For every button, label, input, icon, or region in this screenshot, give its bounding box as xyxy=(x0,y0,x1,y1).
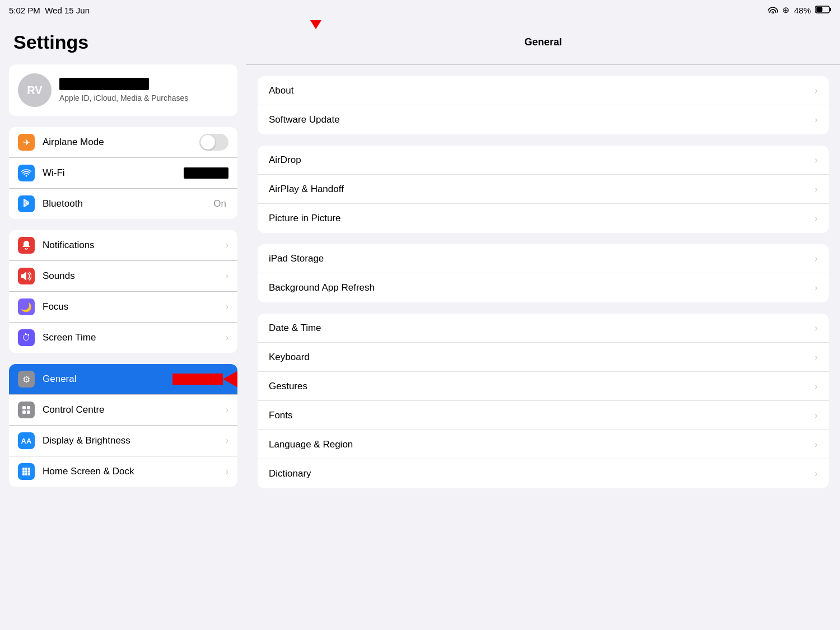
bluetooth-value: On xyxy=(213,198,226,209)
control-centre-icon xyxy=(18,402,35,418)
ipad-storage-chevron: › xyxy=(815,254,818,264)
focus-label: Focus xyxy=(43,301,223,312)
airdrop-chevron: › xyxy=(815,155,818,165)
wifi-label: Wi-Fi xyxy=(43,167,184,179)
gestures-chevron: › xyxy=(815,381,818,391)
airplay-handoff-label: AirPlay & Handoff xyxy=(269,184,815,195)
left-arrow-annotation xyxy=(172,368,237,390)
svg-rect-4 xyxy=(22,406,26,409)
keyboard-chevron: › xyxy=(815,352,818,362)
pip-chevron: › xyxy=(815,213,818,223)
right-row-software-update[interactable]: Software Update › xyxy=(258,105,829,134)
sidebar-item-notifications[interactable]: Notifications › xyxy=(9,230,237,261)
right-panel-title: General xyxy=(524,36,562,48)
focus-icon: 🌙 xyxy=(18,298,35,315)
sounds-icon xyxy=(18,268,35,284)
sidebar-item-bluetooth[interactable]: Bluetooth On xyxy=(9,189,237,219)
sidebar-item-home-screen[interactable]: Home Screen & Dock › xyxy=(9,456,237,487)
display-brightness-chevron: › xyxy=(226,436,228,446)
right-header: General xyxy=(246,20,840,65)
notifications-label: Notifications xyxy=(43,240,223,251)
airplane-icon: ✈ xyxy=(18,134,35,151)
sidebar-item-focus[interactable]: 🌙 Focus › xyxy=(9,292,237,323)
airdrop-label: AirDrop xyxy=(269,155,815,166)
right-row-keyboard[interactable]: Keyboard › xyxy=(258,343,829,372)
pip-label: Picture in Picture xyxy=(269,213,815,224)
svg-rect-11 xyxy=(22,470,25,473)
svg-rect-12 xyxy=(25,470,27,473)
bluetooth-label: Bluetooth xyxy=(43,198,213,209)
right-row-about[interactable]: About › xyxy=(258,76,829,105)
svg-rect-6 xyxy=(22,410,26,414)
right-row-gestures[interactable]: Gestures › xyxy=(258,372,829,401)
about-label: About xyxy=(269,85,815,96)
date-time-label: Date & Time xyxy=(269,323,815,334)
language-region-label: Language & Region xyxy=(269,439,815,450)
display-brightness-icon: AA xyxy=(18,432,35,449)
svg-rect-2 xyxy=(816,7,823,12)
profile-info: Apple ID, iCloud, Media & Purchases xyxy=(59,78,188,102)
sidebar-item-wifi[interactable]: Wi-Fi xyxy=(9,158,237,189)
svg-rect-10 xyxy=(28,468,30,470)
focus-chevron: › xyxy=(226,302,228,312)
fonts-chevron: › xyxy=(815,410,818,421)
sounds-chevron: › xyxy=(226,271,228,281)
right-row-background-refresh[interactable]: Background App Refresh › xyxy=(258,273,829,302)
home-screen-chevron: › xyxy=(226,466,228,477)
right-content: About › Software Update › AirDrop › AirP… xyxy=(246,65,840,500)
sidebar-item-screen-time[interactable]: ⏱ Screen Time › xyxy=(9,323,237,353)
general-icon: ⚙ xyxy=(18,371,35,388)
right-row-ipad-storage[interactable]: iPad Storage › xyxy=(258,244,829,273)
svg-rect-14 xyxy=(22,473,25,475)
background-refresh-chevron: › xyxy=(815,283,818,293)
sidebar: Settings RV Apple ID, iCloud, Media & Pu… xyxy=(0,20,246,630)
about-chevron: › xyxy=(815,86,818,96)
right-row-airplay-handoff[interactable]: AirPlay & Handoff › xyxy=(258,175,829,204)
right-row-date-time[interactable]: Date & Time › xyxy=(258,314,829,343)
sidebar-item-airplane-mode[interactable]: ✈ Airplane Mode xyxy=(9,127,237,158)
svg-rect-16 xyxy=(28,473,30,475)
sidebar-title: Settings xyxy=(9,31,237,53)
datetime-group: Date & Time › Keyboard › Gestures › Font… xyxy=(258,314,829,488)
connectivity-group: ✈ Airplane Mode Wi-Fi xyxy=(9,127,237,219)
sidebar-item-display-brightness[interactable]: AA Display & Brightness › xyxy=(9,426,237,456)
screen-time-chevron: › xyxy=(226,333,228,343)
svg-rect-1 xyxy=(830,8,832,11)
wifi-icon xyxy=(768,6,778,15)
notifications-group: Notifications › Sounds › 🌙 Focus › xyxy=(9,230,237,353)
svg-rect-5 xyxy=(27,406,30,409)
software-update-chevron: › xyxy=(815,115,818,125)
keyboard-label: Keyboard xyxy=(269,352,815,363)
ipad-storage-label: iPad Storage xyxy=(269,253,815,264)
right-row-dictionary[interactable]: Dictionary › xyxy=(258,459,829,488)
right-row-fonts[interactable]: Fonts › xyxy=(258,401,829,430)
home-screen-label: Home Screen & Dock xyxy=(43,466,223,477)
right-row-pip[interactable]: Picture in Picture › xyxy=(258,204,829,233)
sidebar-item-control-centre[interactable]: Control Centre › xyxy=(9,395,237,426)
status-time: 5:02 PM Wed 15 Jun xyxy=(9,6,90,15)
svg-rect-13 xyxy=(28,470,30,473)
profile-card[interactable]: RV Apple ID, iCloud, Media & Purchases xyxy=(9,64,237,116)
down-arrow-annotation xyxy=(302,20,329,29)
sidebar-item-sounds[interactable]: Sounds › xyxy=(9,261,237,292)
notifications-icon xyxy=(18,237,35,254)
screen-time-icon: ⏱ xyxy=(18,329,35,346)
airplane-mode-toggle[interactable] xyxy=(199,134,228,151)
sidebar-item-general[interactable]: ⚙ General xyxy=(9,364,237,395)
profile-name-redacted xyxy=(59,78,149,90)
screen-time-label: Screen Time xyxy=(43,332,223,343)
airdrop-group: AirDrop › AirPlay & Handoff › Picture in… xyxy=(258,146,829,233)
gestures-label: Gestures xyxy=(269,381,815,392)
avatar: RV xyxy=(18,73,52,107)
home-screen-icon xyxy=(18,463,35,480)
right-row-language-region[interactable]: Language & Region › xyxy=(258,430,829,459)
location-icon: ⊕ xyxy=(782,5,790,15)
right-row-airdrop[interactable]: AirDrop › xyxy=(258,146,829,175)
svg-rect-9 xyxy=(25,468,27,470)
dictionary-label: Dictionary xyxy=(269,468,815,479)
dictionary-chevron: › xyxy=(815,469,818,479)
svg-point-3 xyxy=(26,175,27,177)
general-group: ⚙ General Control Cent xyxy=(9,364,237,487)
profile-subtitle: Apple ID, iCloud, Media & Purchases xyxy=(59,94,188,102)
notifications-chevron: › xyxy=(226,240,228,250)
